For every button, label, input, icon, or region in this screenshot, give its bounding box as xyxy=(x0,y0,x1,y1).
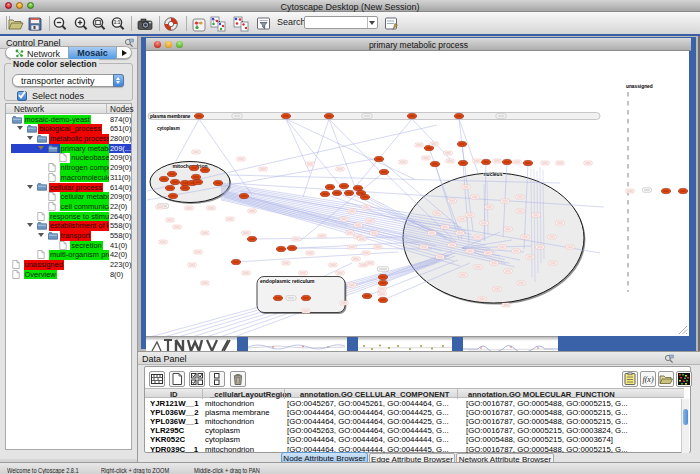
svg-text:unassigned: unassigned xyxy=(626,83,653,88)
svg-text:plasma membrane: plasma membrane xyxy=(150,114,191,119)
svg-text:1:1: 1:1 xyxy=(114,20,121,25)
svg-text:cytoplasm: cytoplasm xyxy=(157,126,180,131)
svg-text:f(x): f(x) xyxy=(642,375,653,384)
svg-text:endoplasmic reticulum: endoplasmic reticulum xyxy=(260,278,315,284)
svg-text:nucleus: nucleus xyxy=(484,171,503,177)
